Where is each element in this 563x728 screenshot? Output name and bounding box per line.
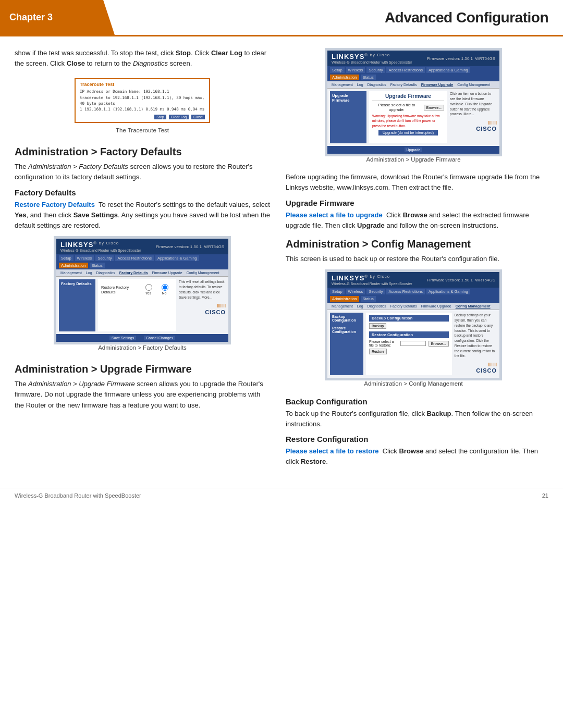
factory-defaults-body: Restore Factory Defaults To reset the Ro…: [15, 200, 270, 231]
router-main-factory: Restore Factory Defaults: Yes No: [98, 279, 176, 331]
restore-btn-row: Restore: [369, 349, 449, 354]
sub-management[interactable]: Management: [59, 270, 83, 275]
clear-log-button[interactable]: Clear Log: [169, 115, 189, 119]
nav-access-upgrade[interactable]: Access Restrictions: [386, 67, 424, 73]
router-model-config: Firmware version: 1.50.1 WRT54GS: [427, 278, 495, 282]
router-footer-factory: Save Settings Cancel Changes: [56, 334, 228, 342]
restore-config-body: Please select a file to restore Click Br…: [286, 446, 541, 467]
nav-apps-config[interactable]: Applications & Gaming: [426, 289, 470, 294]
backup-row: Backup: [369, 323, 449, 329]
no-radio-label: No: [162, 284, 173, 295]
stop-button[interactable]: Stop: [154, 115, 166, 119]
no-radio[interactable]: [162, 284, 168, 291]
sub-diagnostics[interactable]: Diagnostics: [95, 270, 117, 275]
sub-firmware-config[interactable]: Firmware Upgrade: [420, 304, 453, 309]
sub-log-config[interactable]: Log: [356, 304, 365, 309]
upgrade-start-btn[interactable]: Upgrade: [405, 147, 423, 152]
upgrade-firmware-heading: Administration > Upgrade Firmware: [15, 363, 270, 375]
sub-config-active[interactable]: Config Management: [454, 304, 492, 309]
nav-wireless-config[interactable]: Wireless: [346, 289, 365, 294]
upgrade-select-label: Please select a file to upgrade:: [372, 103, 421, 112]
upgrade-firmware-caption: Administration > Upgrade Firmware: [366, 156, 460, 163]
router-body-factory: Factory Defaults Restore Factory Default…: [56, 277, 228, 334]
sub-config-upgrade[interactable]: Config Management: [456, 82, 492, 87]
nav-setup[interactable]: Setup: [59, 255, 74, 261]
restore-factory-label: Restore Factory Defaults:: [101, 285, 141, 294]
nav-wireless[interactable]: Wireless: [75, 255, 94, 261]
select-file-link: Please select a file to upgrade: [286, 211, 383, 219]
router-right-info-upgrade: Click an item on a button to see the lat…: [450, 91, 497, 143]
upgrade-firmware-intro: The Administration > Upgrade Firmware sc…: [15, 379, 270, 410]
nav-apps[interactable]: Applications & Gaming: [155, 255, 199, 261]
nav-admin-upgrade[interactable]: Administration: [330, 75, 359, 80]
sub-log[interactable]: Log: [84, 270, 94, 275]
nav-wireless-upgrade[interactable]: Wireless: [346, 67, 365, 73]
nav-apps-upgrade[interactable]: Applications & Gaming: [426, 67, 470, 73]
nav-admin-config[interactable]: Administration: [330, 296, 359, 302]
cisco-logo-factory: |||||||| CISCO: [179, 302, 226, 316]
router-nav-upgrade: Setup Wireless Security Access Restricti…: [327, 66, 499, 81]
traceroute-buttons: Stop Clear Log Close: [80, 115, 205, 119]
save-settings-btn[interactable]: Save Settings: [109, 336, 136, 340]
router-footer-upgrade: Upgrade: [327, 146, 499, 154]
right-column: LINKSYS® by Cisco Wireless-G Broadband R…: [286, 48, 541, 472]
router-body-config: Backup Configuration Restore Configurati…: [327, 310, 499, 377]
nav-access[interactable]: Access Restrictions: [115, 255, 153, 261]
sub-firmware-upgrade-active[interactable]: Firmware Upgrade: [420, 82, 455, 87]
yes-radio-label: Yes: [145, 284, 158, 295]
restore-factory-link: Restore Factory Defaults: [15, 201, 95, 208]
backup-config-body: To back up the Router's configuration fi…: [286, 409, 541, 429]
nav-status-config[interactable]: Status: [361, 296, 376, 302]
factory-defaults-intro: The Administration > Factory Defaults sc…: [15, 162, 270, 182]
browse-button-upgrade[interactable]: Browse...: [424, 105, 444, 110]
restore-button[interactable]: Restore: [369, 349, 387, 354]
upgrade-warning: Warning: Upgrading firmware may take a f…: [372, 114, 444, 128]
left-column: show if the test was successful. To stop…: [15, 48, 270, 472]
router-ui-top-config: LINKSYS® by Cisco Wireless-G Broadband R…: [327, 272, 499, 288]
page-title: Advanced Configuration: [115, 0, 563, 35]
nav-setup-upgrade[interactable]: Setup: [330, 67, 345, 73]
sub-firmware-upgrade[interactable]: Firmware Upgrade: [151, 270, 184, 275]
factory-defaults-screenshot: LINKSYS® by Cisco Wireless-G Broadband R…: [54, 236, 231, 344]
nav-security-config[interactable]: Security: [366, 289, 385, 294]
backup-button[interactable]: Backup: [369, 323, 386, 329]
router-model-upgrade: Firmware version: 1.50.1 WRT54GS: [427, 56, 495, 61]
linksys-logo: LINKSYS® by Cisco: [60, 241, 141, 249]
nav-admin-factory[interactable]: Administration: [59, 263, 88, 268]
cancel-changes-btn[interactable]: Cancel Changes: [144, 336, 175, 340]
router-sidebar-upgrade: Upgrade Firmware: [330, 91, 366, 143]
upgrade-firmware-body: Please select a file to upgrade Click Br…: [286, 210, 541, 231]
page-header: Chapter 3 Advanced Configuration: [0, 0, 563, 36]
footer-left: Wireless-G Broadband Router with SpeedBo…: [15, 492, 141, 499]
close-button[interactable]: Close: [191, 115, 205, 119]
router-model-factory: Firmware version: 1.50.1 WRT54GS: [156, 244, 224, 249]
sub-factory-upgrade[interactable]: Factory Defaults: [389, 82, 419, 87]
nav-status-factory[interactable]: Status: [90, 263, 105, 268]
device-name-config: Wireless-G Broadband Router with SpeedBo…: [332, 282, 412, 286]
router-submenu-upgrade: Management Log Diagnostics Factory Defau…: [327, 81, 499, 89]
nav-security[interactable]: Security: [95, 255, 114, 261]
nav-access-config[interactable]: Access Restrictions: [386, 289, 424, 294]
sidebar-restore: Restore Configuration: [332, 326, 361, 334]
sub-management-config[interactable]: Management: [330, 304, 354, 309]
intro-paragraph: show if the test was successful. To stop…: [15, 48, 270, 69]
upgrade-button[interactable]: Upgrade (do not be interrupted): [378, 130, 438, 135]
sub-factory-defaults[interactable]: Factory Defaults: [118, 270, 150, 275]
sub-management-upgrade[interactable]: Management: [330, 82, 354, 87]
nav-status-upgrade[interactable]: Status: [361, 75, 376, 80]
config-management-intro: This screen is used to back up or restor…: [286, 254, 541, 264]
backup-config-heading: Backup Configuration: [286, 397, 541, 406]
sub-diagnostics-upgrade[interactable]: Diagnostics: [366, 82, 388, 87]
sub-config-management[interactable]: Config Management: [185, 270, 221, 275]
nav-security-upgrade[interactable]: Security: [366, 67, 385, 73]
browse-button-config[interactable]: Browse...: [429, 341, 449, 347]
yes-radio[interactable]: [145, 284, 152, 291]
traceroute-title: Traceroute Test: [80, 82, 205, 87]
content-wrapper: show if the test was successful. To stop…: [0, 36, 563, 483]
nav-setup-config[interactable]: Setup: [330, 289, 345, 294]
sub-factory-config[interactable]: Factory Defaults: [389, 304, 419, 309]
restore-file-link: Please select a file to restore: [286, 447, 378, 455]
restore-file-input[interactable]: [400, 341, 426, 346]
sub-log-upgrade[interactable]: Log: [356, 82, 365, 87]
sub-diagnostics-config[interactable]: Diagnostics: [366, 304, 388, 309]
